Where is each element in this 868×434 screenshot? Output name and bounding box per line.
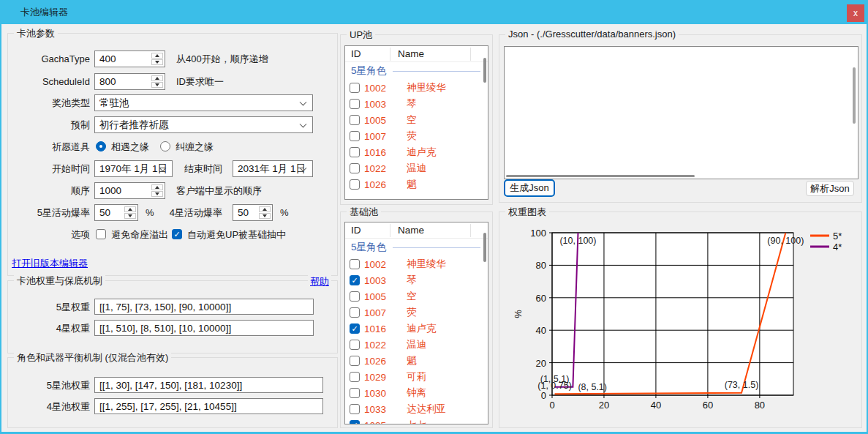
up-pool-list[interactable]: ID Name 5星角色 1002 神里绫华 1003 琴	[344, 45, 488, 200]
row-checkbox[interactable]	[350, 340, 360, 350]
row-name: 琴	[407, 274, 417, 287]
weight5-input[interactable]: [[1, 75], [73, 150], [90, 10000]]	[94, 299, 314, 315]
spinner-up-button[interactable]	[124, 206, 136, 212]
generate-json-button[interactable]: 生成Json	[504, 179, 555, 197]
list-item[interactable]: 1030 钟离	[345, 385, 488, 401]
radio-intertwined-fate[interactable]	[160, 141, 170, 151]
help-link[interactable]: 帮助	[308, 275, 331, 288]
end-time-picker[interactable]: 2031年 1月 1日	[233, 160, 313, 177]
list-group-header: 5星角色	[345, 240, 488, 255]
row-checkbox[interactable]	[350, 259, 360, 269]
open-legacy-editor-link[interactable]: 打开旧版本编辑器	[12, 257, 88, 270]
spinner-up-button[interactable]	[151, 53, 163, 59]
list-item[interactable]: 1016 迪卢克	[345, 144, 488, 160]
spinner-up-button[interactable]	[151, 184, 163, 190]
row-checkbox[interactable]	[350, 163, 360, 173]
begin-time-value: 1970年 1月 1日	[99, 162, 167, 176]
radio-acquaint-fate[interactable]	[96, 141, 106, 151]
id-column-header[interactable]: ID	[351, 48, 361, 59]
list-item[interactable]: 1035 七七	[345, 417, 488, 424]
row-checkbox[interactable]	[350, 404, 360, 414]
row-checkbox[interactable]	[350, 388, 360, 398]
spinner-down-button[interactable]	[151, 82, 163, 88]
row-id: 1026	[364, 356, 396, 367]
list-item[interactable]: 1002 神里绫华	[345, 256, 488, 272]
row-checkbox[interactable]	[350, 275, 360, 285]
row-id: 1003	[364, 275, 396, 286]
parse-json-button[interactable]: 解析Json	[806, 181, 854, 196]
list-item[interactable]: 1016 迪卢克	[345, 321, 488, 337]
row-checkbox[interactable]	[350, 83, 360, 93]
begin-time-picker[interactable]: 1970年 1月 1日	[94, 160, 173, 177]
row-checkbox[interactable]	[350, 291, 360, 302]
base-pool-group: 基础池 ID Name 5星角色 1002 神里绫华	[340, 212, 493, 428]
spinner-down-button[interactable]	[151, 59, 163, 65]
spinner-down-button[interactable]	[259, 213, 271, 219]
pool-params-group: 卡池参数 GachaType 400 从400开始，顺序递增 ScheduleI…	[7, 33, 338, 276]
pool-params-legend: 卡池参数	[14, 27, 58, 40]
row-id: 1035	[364, 420, 396, 424]
id-column-header[interactable]: ID	[351, 225, 361, 236]
row-name: 荧	[407, 306, 417, 319]
gachatype-input[interactable]: 400	[94, 50, 165, 67]
close-button[interactable]: x	[847, 4, 864, 22]
order-label: 顺序	[14, 182, 90, 199]
scrollbar-thumb[interactable]	[853, 67, 856, 124]
balance-group: 角色和武器平衡机制 (仅混合池有效) 5星池权重 [[1, 30], [147,…	[7, 357, 338, 428]
row-name: 魈	[407, 178, 417, 191]
list-item[interactable]: 1005 空	[345, 112, 488, 128]
spinner-down-button[interactable]	[124, 213, 136, 219]
spinner-up-button[interactable]	[151, 75, 163, 81]
list-item[interactable]: 1022 温迪	[345, 337, 488, 353]
pool-weight4-input[interactable]: [[1, 255], [17, 255], [21, 10455]]	[94, 398, 323, 414]
scrollbar-thumb[interactable]	[483, 233, 486, 262]
list-item[interactable]: 1003 琴	[345, 272, 488, 288]
row-checkbox[interactable]	[350, 323, 360, 334]
name-column-header[interactable]: Name	[398, 225, 424, 236]
pool-weight5-input[interactable]: [[1, 30], [147, 150], [181, 10230]]	[94, 377, 323, 393]
list-item[interactable]: 1007 荧	[345, 304, 488, 321]
checkbox-auto-avoid-up-label: 自动避免UP被基础抽中	[187, 226, 286, 243]
weight4-label: 4星权重	[14, 320, 90, 337]
gachatype-hint: 从400开始，顺序递增	[176, 50, 268, 67]
spinner-up-button[interactable]	[259, 206, 271, 212]
list-item[interactable]: 1029 可莉	[345, 369, 488, 385]
scheduleid-input[interactable]: 800	[94, 73, 165, 90]
checkbox-auto-avoid-up[interactable]	[172, 229, 182, 239]
row-checkbox[interactable]	[350, 372, 360, 382]
list-item[interactable]: 1033 达达利亚	[345, 401, 488, 417]
weight4-input[interactable]: [[1, 510], [8, 510], [10, 10000]]	[94, 320, 314, 336]
scrollbar-thumb[interactable]	[506, 175, 695, 177]
name-column-header[interactable]: Name	[398, 48, 424, 59]
list-item[interactable]: 1026 魈	[345, 353, 488, 369]
list-item[interactable]: 1007 荧	[345, 128, 488, 144]
row-checkbox[interactable]	[350, 356, 360, 366]
list-item[interactable]: 1022 温迪	[345, 160, 488, 176]
base-pool-list[interactable]: ID Name 5星角色 1002 神里绫华 1003 琴	[344, 222, 488, 424]
preset-select[interactable]: 初行者推荐祈愿	[94, 116, 313, 133]
rate4-input[interactable]: 50	[233, 204, 273, 221]
row-checkbox[interactable]	[350, 131, 360, 141]
row-checkbox[interactable]	[350, 307, 360, 318]
spinner-down-button[interactable]	[151, 191, 163, 197]
list-header[interactable]: ID Name	[345, 222, 488, 239]
list-item[interactable]: 1026 魈	[345, 176, 488, 192]
list-item[interactable]: 1005 空	[345, 288, 488, 304]
row-checkbox[interactable]	[350, 420, 360, 424]
json-textarea[interactable]	[504, 46, 858, 179]
checkbox-avoid-constellation-overflow[interactable]	[96, 229, 106, 239]
list-item[interactable]: 1002 神里绫华	[345, 80, 488, 96]
row-checkbox[interactable]	[350, 179, 360, 190]
order-input[interactable]: 1000	[94, 182, 165, 199]
scheduleid-spinner	[151, 75, 163, 88]
list-header[interactable]: ID Name	[345, 46, 488, 62]
row-checkbox[interactable]	[350, 99, 360, 109]
title-bar[interactable]: 卡池编辑器 x	[0, 0, 868, 24]
row-checkbox[interactable]	[350, 115, 360, 125]
scrollbar-thumb[interactable]	[483, 58, 486, 83]
svg-text:20: 20	[536, 358, 546, 369]
list-item[interactable]: 1003 琴	[345, 96, 488, 112]
rate5-input[interactable]: 50	[94, 204, 138, 221]
pooltype-select[interactable]: 常驻池	[94, 94, 313, 111]
row-checkbox[interactable]	[350, 147, 360, 157]
